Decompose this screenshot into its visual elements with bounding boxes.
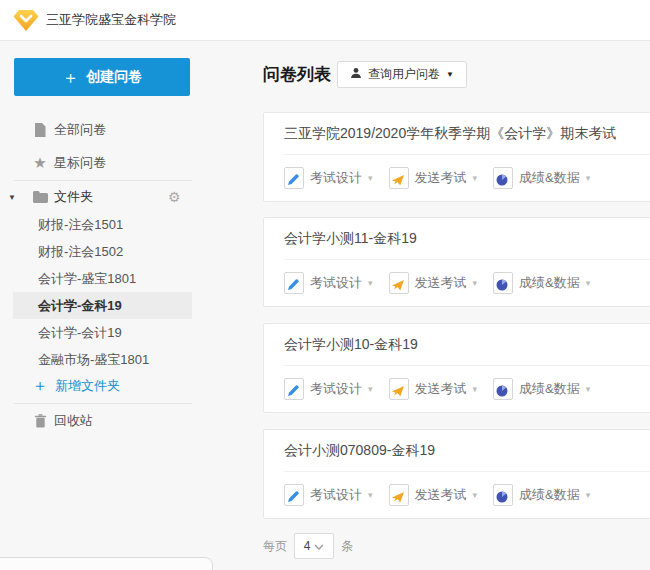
- create-survey-button[interactable]: ＋ 创建问卷: [14, 58, 190, 96]
- exam-design-button[interactable]: 考试设计 ▾: [284, 484, 373, 506]
- exam-design-button[interactable]: 考试设计 ▾: [284, 272, 373, 294]
- query-user-surveys-button[interactable]: 查询用户问卷 ▼: [337, 61, 467, 88]
- results-data-button[interactable]: 成绩&数据 ▾: [493, 167, 590, 189]
- pencil-icon: [284, 272, 304, 294]
- send-exam-button[interactable]: 发送考试 ▾: [389, 167, 478, 189]
- survey-card: 会计学小测10-金科19 考试设计 ▾ 发送考试 ▾ 成绩&数据 ▾: [263, 323, 650, 413]
- action-label: 考试设计: [310, 486, 362, 504]
- action-label: 考试设计: [310, 274, 362, 292]
- chevron-down-icon: ▾: [586, 490, 591, 500]
- folder-item[interactable]: 财报-注会1502: [13, 238, 192, 265]
- pencil-icon: [284, 167, 304, 189]
- folder-icon: [32, 191, 48, 203]
- sidebar-item-label: 文件夹: [54, 188, 93, 206]
- chevron-down-icon: [314, 539, 324, 553]
- star-icon: ★: [32, 154, 48, 172]
- chevron-down-icon: ▾: [473, 384, 478, 394]
- pie-chart-icon: [493, 272, 513, 294]
- expander-caret-icon[interactable]: ▼: [8, 193, 16, 202]
- pie-chart-icon: [493, 484, 513, 506]
- folder-label: 财报-注会1502: [38, 238, 123, 265]
- sidebar-item-folders[interactable]: ▼ 文件夹 ⚙: [0, 183, 192, 211]
- page-size-value: 4: [304, 539, 311, 553]
- paper-plane-icon: [389, 167, 409, 189]
- card-actions: 考试设计 ▾ 发送考试 ▾ 成绩&数据 ▾: [284, 155, 590, 201]
- send-exam-button[interactable]: 发送考试 ▾: [389, 378, 478, 400]
- folder-label: 会计学-会计19: [38, 319, 122, 346]
- action-label: 考试设计: [310, 169, 362, 187]
- card-actions: 考试设计 ▾ 发送考试 ▾ 成绩&数据 ▾: [284, 366, 590, 412]
- sidebar: ＋ 创建问卷 全部问卷 ★ 星标问卷 ▼ 文件夹 ⚙ 财报-注会1501 财报-: [0, 41, 240, 570]
- sidebar-item-starred-surveys[interactable]: ★ 星标问卷: [0, 149, 192, 177]
- chevron-down-icon: ▾: [473, 278, 478, 288]
- query-user-surveys-label: 查询用户问卷: [368, 66, 440, 83]
- folder-label: 财报-注会1501: [38, 211, 123, 238]
- plus-icon: ＋: [62, 69, 79, 86]
- card-actions: 考试设计 ▾ 发送考试 ▾ 成绩&数据 ▾: [284, 260, 590, 306]
- exam-design-button[interactable]: 考试设计 ▾: [284, 378, 373, 400]
- per-page-suffix: 条: [341, 538, 353, 555]
- paper-plane-icon: [389, 484, 409, 506]
- folder-label: 金融市场-盛宝1801: [38, 346, 149, 373]
- exam-design-button[interactable]: 考试设计 ▾: [284, 167, 373, 189]
- survey-title-link[interactable]: 会计小测070809-金科19: [284, 430, 435, 471]
- topbar: 三亚学院盛宝金科学院: [0, 0, 650, 41]
- sidebar-item-label: 星标问卷: [54, 154, 106, 172]
- gear-icon[interactable]: ⚙: [168, 190, 181, 204]
- chevron-down-icon: ▾: [368, 490, 373, 500]
- page-size-select[interactable]: 4: [294, 533, 334, 559]
- action-label: 成绩&数据: [519, 274, 580, 292]
- sidebar-divider: [14, 403, 192, 404]
- send-exam-button[interactable]: 发送考试 ▾: [389, 272, 478, 294]
- action-label: 发送考试: [415, 169, 467, 187]
- create-survey-label: 创建问卷: [86, 68, 142, 86]
- add-folder-button[interactable]: ＋ 新增文件夹: [0, 372, 192, 400]
- folder-label: 会计学-盛宝1801: [38, 265, 136, 292]
- survey-card: 会计学小测11-金科19 考试设计 ▾ 发送考试 ▾ 成绩&数据 ▾: [263, 217, 650, 307]
- folder-item[interactable]: 财报-注会1501: [13, 211, 192, 238]
- add-folder-label: 新增文件夹: [55, 377, 120, 395]
- main-content: 问卷列表 查询用户问卷 ▼ 三亚学院2019/2020学年秋季学期《会计学》期末…: [263, 41, 650, 570]
- sidebar-item-label: 回收站: [54, 412, 93, 430]
- survey-title-link[interactable]: 会计学小测10-金科19: [284, 324, 418, 365]
- pie-chart-icon: [493, 167, 513, 189]
- action-label: 成绩&数据: [519, 169, 580, 187]
- chevron-down-icon: ▾: [586, 384, 591, 394]
- action-label: 发送考试: [415, 380, 467, 398]
- sidebar-item-trash[interactable]: 回收站: [0, 407, 192, 435]
- sidebar-divider: [14, 180, 192, 181]
- survey-title-link[interactable]: 会计学小测11-金科19: [284, 218, 417, 259]
- paper-plane-icon: [389, 378, 409, 400]
- pagination: 每页 4 条: [263, 533, 353, 559]
- folder-item[interactable]: 会计学-会计19: [13, 319, 192, 346]
- folder-item-selected[interactable]: 会计学-金科19: [13, 292, 192, 319]
- bottom-popup-edge: [0, 557, 213, 570]
- sidebar-item-all-surveys[interactable]: 全部问卷: [0, 116, 192, 144]
- chevron-down-icon: ▾: [473, 490, 478, 500]
- send-exam-button[interactable]: 发送考试 ▾: [389, 484, 478, 506]
- chevron-down-icon: ▾: [586, 278, 591, 288]
- results-data-button[interactable]: 成绩&数据 ▾: [493, 272, 590, 294]
- trash-icon: [32, 414, 48, 428]
- folder-item[interactable]: 金融市场-盛宝1801: [13, 346, 192, 373]
- folder-label: 会计学-金科19: [38, 292, 122, 319]
- results-data-button[interactable]: 成绩&数据 ▾: [493, 378, 590, 400]
- brand-title: 三亚学院盛宝金科学院: [46, 0, 176, 40]
- person-icon: [350, 67, 362, 82]
- action-label: 发送考试: [415, 274, 467, 292]
- paper-plane-icon: [389, 272, 409, 294]
- survey-card: 三亚学院2019/2020学年秋季学期《会计学》期末考试 考试设计 ▾ 发送考试…: [263, 112, 650, 202]
- app-window: 三亚学院盛宝金科学院 ＋ 创建问卷 全部问卷 ★ 星标问卷 ▼ 文件夹 ⚙: [0, 0, 650, 570]
- brand-logo-icon: [13, 9, 39, 32]
- chevron-down-icon: ▾: [586, 173, 591, 183]
- chevron-down-icon: ▾: [368, 384, 373, 394]
- results-data-button[interactable]: 成绩&数据 ▾: [493, 484, 590, 506]
- chevron-down-icon: ▼: [446, 70, 454, 79]
- survey-title-link[interactable]: 三亚学院2019/2020学年秋季学期《会计学》期末考试: [284, 113, 616, 154]
- pencil-icon: [284, 484, 304, 506]
- survey-card: 会计小测070809-金科19 考试设计 ▾ 发送考试 ▾ 成绩&数据 ▾: [263, 429, 650, 519]
- action-label: 成绩&数据: [519, 380, 580, 398]
- folder-item[interactable]: 会计学-盛宝1801: [13, 265, 192, 292]
- page-title: 问卷列表: [263, 63, 331, 86]
- action-label: 发送考试: [415, 486, 467, 504]
